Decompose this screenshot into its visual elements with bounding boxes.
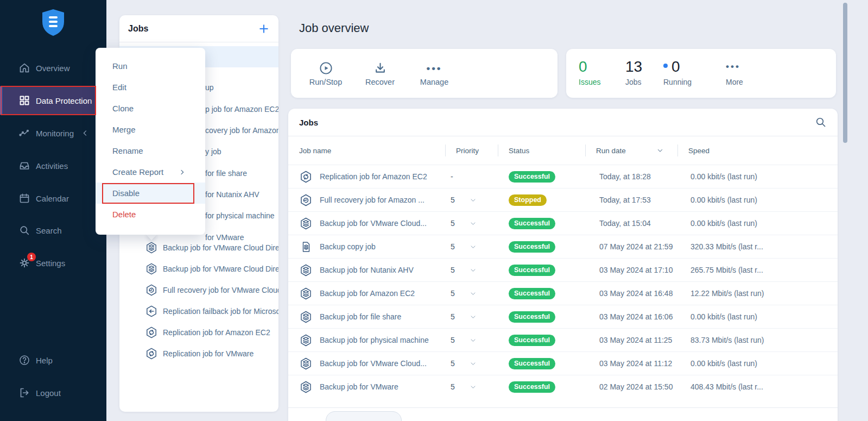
sidebar-item-activities[interactable]: Activities xyxy=(0,152,106,180)
sidebar-item-help[interactable]: Help xyxy=(0,346,106,374)
column-header-run-date[interactable]: Run date xyxy=(585,136,677,165)
jobs-list-item[interactable]: Replication job for Amazon EC2 xyxy=(119,322,278,343)
run-date-cell: 02 May 2024 at 15:50 xyxy=(585,382,677,391)
table-row[interactable]: Backup copy job5Successful07 May 2024 at… xyxy=(288,235,838,258)
table-row[interactable]: Backup job for physical machine5Successf… xyxy=(288,328,838,351)
priority-dropdown-chevron-icon[interactable] xyxy=(469,336,477,344)
context-menu-item-merge[interactable]: Merge xyxy=(96,119,205,140)
jobs-list-item[interactable]: Replication job for VMware xyxy=(119,343,278,364)
recover-button[interactable]: Recover xyxy=(360,60,400,86)
add-job-button[interactable] xyxy=(258,23,270,35)
play-circle-icon xyxy=(319,60,333,76)
context-menu-item-label: Run xyxy=(112,61,128,71)
priority-cell: 5 xyxy=(445,382,498,391)
chevron-left-icon[interactable] xyxy=(80,128,90,138)
priority-dropdown-chevron-icon[interactable] xyxy=(469,383,477,391)
job-name: Backup copy job xyxy=(320,242,376,251)
sidebar-item-logout[interactable]: Logout xyxy=(0,379,106,407)
sidebar-item-label: Search xyxy=(36,226,62,235)
backup-job-icon xyxy=(145,262,158,275)
table-row[interactable]: Backup job for VMware5Successful02 May 2… xyxy=(288,375,838,398)
table-row[interactable]: Replication job for Amazon EC2-Successfu… xyxy=(288,165,838,188)
table-footer-button[interactable] xyxy=(326,411,402,421)
context-menu-item-run[interactable]: Run xyxy=(96,55,205,77)
sidebar-item-calendar[interactable]: Calendar xyxy=(0,184,106,212)
column-header-label: Speed xyxy=(688,147,709,155)
job-item-label-fragment: covery job for Amazon E xyxy=(205,126,278,135)
jobs-list-item[interactable]: Replication failback job for Microsof xyxy=(119,300,278,322)
context-menu-item-disable[interactable]: Disable xyxy=(96,183,205,204)
jobs-list-item[interactable]: Backup job for VMware Cloud Direc xyxy=(119,258,278,279)
job-name: Backup job for file share xyxy=(320,312,401,321)
search-icon xyxy=(18,224,31,237)
table-column-headers: Job namePriorityStatusRun dateSpeed xyxy=(288,136,838,165)
stat-value: 0 xyxy=(671,58,680,76)
pulse-icon xyxy=(18,127,31,140)
sidebar-item-search[interactable]: Search xyxy=(0,216,106,244)
context-menu: RunEditCloneMergeRenameCreate ReportDisa… xyxy=(96,48,205,235)
search-icon[interactable] xyxy=(815,116,827,128)
status-cell: Successful xyxy=(498,311,585,323)
context-menu-item-clone[interactable]: Clone xyxy=(96,98,205,119)
stat-issues: 0Issues xyxy=(579,58,600,86)
priority-dropdown-chevron-icon[interactable] xyxy=(469,290,477,298)
run-date-cell: Today, at 15:04 xyxy=(585,219,677,228)
jobs-list-item[interactable]: Backup job for VMware Cloud Direc xyxy=(119,237,278,258)
stat-label: Jobs xyxy=(625,78,642,86)
job-stats-card: 0Issues13Jobs0Running•••More xyxy=(566,49,836,98)
speed-cell: 0.00 kbit/s (last run) xyxy=(677,359,838,368)
table-row[interactable]: Backup job for Amazon EC25Successful03 M… xyxy=(288,281,838,305)
column-header-job-name[interactable]: Job name xyxy=(288,136,445,165)
priority-dropdown-chevron-icon[interactable] xyxy=(469,313,477,321)
table-row[interactable]: Backup job for VMware Cloud...5Successfu… xyxy=(288,211,838,235)
priority-dropdown-chevron-icon[interactable] xyxy=(469,266,477,274)
column-header-status[interactable]: Status xyxy=(498,136,585,165)
context-menu-item-delete[interactable]: Delete xyxy=(96,204,205,225)
context-menu-item-rename[interactable]: Rename xyxy=(96,140,205,161)
status-cell: Successful xyxy=(498,265,585,276)
speed-cell: 12.22 Mbit/s (last run) xyxy=(677,289,838,298)
sort-chevron-down-icon[interactable] xyxy=(656,146,664,155)
inbox-icon xyxy=(18,159,31,172)
priority-dropdown-chevron-icon[interactable] xyxy=(469,219,477,228)
context-menu-item-edit[interactable]: Edit xyxy=(96,77,205,98)
home-icon xyxy=(18,61,31,74)
priority-dropdown-chevron-icon[interactable] xyxy=(469,196,477,204)
backup-job-icon xyxy=(299,217,313,230)
job-name: Full recovery job for Amazon ... xyxy=(320,196,425,204)
sidebar-item-settings[interactable]: 1Settings xyxy=(0,249,106,277)
jobs-panel-header: Jobs xyxy=(119,15,278,42)
status-cell: Successful xyxy=(498,288,585,299)
sidebar-item-overview[interactable]: Overview xyxy=(0,54,106,82)
recovery-job-icon xyxy=(299,193,313,207)
table-row[interactable]: Backup job for Nutanix AHV5Successful03 … xyxy=(288,258,838,281)
sidebar-item-label: Help xyxy=(36,356,53,365)
column-header-priority[interactable]: Priority xyxy=(445,136,498,165)
column-header-speed[interactable]: Speed xyxy=(677,136,838,165)
job-item-label: Full recovery job for VMware Cloud xyxy=(163,286,278,294)
job-name: Backup job for VMware Cloud... xyxy=(320,359,427,368)
table-row[interactable]: Full recovery job for Amazon ...5Stopped… xyxy=(288,188,838,211)
grid-icon xyxy=(18,94,31,107)
table-row[interactable]: Backup job for file share5Successful03 M… xyxy=(288,305,838,328)
job-item-label-fragment: for Nutanix AHV xyxy=(205,190,259,199)
jobs-list-item[interactable]: Full recovery job for VMware Cloud xyxy=(119,279,278,300)
job-item-label: Replication job for Amazon EC2 xyxy=(163,328,270,337)
context-menu-item-create-report[interactable]: Create Report xyxy=(96,161,205,183)
run-date-cell: 03 May 2024 at 16:06 xyxy=(585,312,677,321)
table-row[interactable]: Backup job for VMware Cloud...5Successfu… xyxy=(288,351,838,375)
status-cell: Stopped xyxy=(498,194,585,206)
replication-job-icon xyxy=(299,170,313,184)
priority-dropdown-chevron-icon[interactable] xyxy=(469,243,477,251)
manage-button[interactable]: •••Manage xyxy=(415,60,454,86)
run-stop-button[interactable]: Run/Stop xyxy=(306,60,345,86)
priority-dropdown-chevron-icon[interactable] xyxy=(469,360,477,368)
stat-label: Running xyxy=(663,78,692,86)
status-badge: Successful xyxy=(509,171,555,183)
stat-more[interactable]: •••More xyxy=(726,58,743,86)
vertical-scrollbar-thumb[interactable] xyxy=(843,3,847,143)
sidebar-item-monitoring[interactable]: Monitoring xyxy=(0,119,106,147)
priority-cell: 5 xyxy=(445,266,498,274)
backup-job-icon xyxy=(299,334,313,347)
sidebar-item-data-protection[interactable]: Data Protection xyxy=(0,86,106,115)
